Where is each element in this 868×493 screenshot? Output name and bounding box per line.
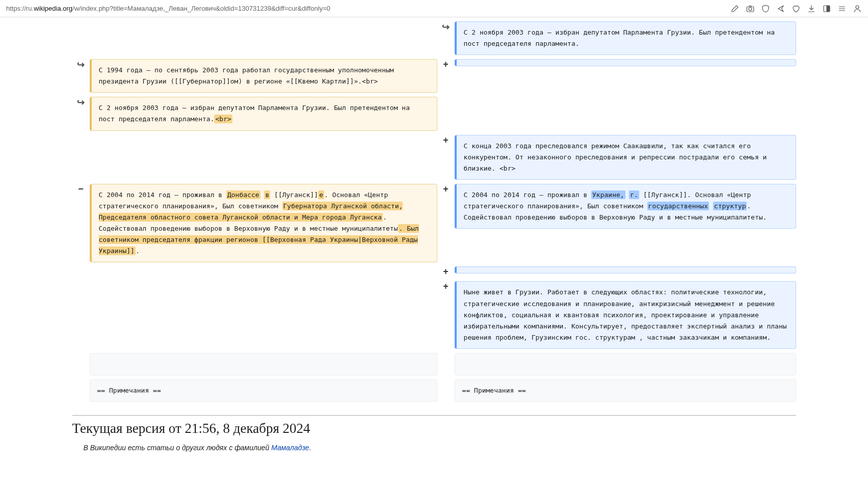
diff-row: == Примечания == == Примечания ==	[72, 379, 796, 402]
diff-context-line: == Примечания ==	[90, 379, 437, 402]
diff-text: С 2004 по 2014 год — проживал в	[99, 191, 226, 199]
send-icon[interactable]	[776, 4, 785, 13]
minus-marker: −	[78, 184, 84, 194]
diff-text: .	[136, 247, 140, 255]
url-prefix: https://ru.	[6, 5, 34, 12]
shield-icon[interactable]	[761, 4, 770, 13]
diff-highlight-added: Украине,	[591, 190, 625, 199]
diff-added-paragraph: С 2004 по 2014 год — проживал в Украине,…	[455, 184, 796, 229]
diff-text	[709, 202, 713, 210]
plus-marker: +	[443, 281, 449, 291]
download-icon[interactable]	[807, 4, 816, 13]
diff-added-empty	[455, 59, 796, 66]
section-divider	[72, 415, 796, 416]
diff-highlight-added: структур	[713, 202, 747, 210]
toolbar-icons	[730, 4, 862, 13]
svg-rect-3	[827, 6, 830, 12]
hatnote-link[interactable]: Мамаладзе	[271, 444, 309, 452]
diff-moved-paragraph: С 2 ноября 2003 года — избран депутатом …	[90, 97, 437, 130]
edit-icon[interactable]	[730, 4, 740, 13]
diff-context-line	[455, 353, 796, 375]
diff-highlight-removed: Донбассе	[226, 190, 260, 199]
diff-highlight-removed: в	[264, 190, 270, 199]
diff-added-paragraph: Ныне живет в Грузии. Работает в следующи…	[455, 281, 796, 348]
diff-highlight-added: государственных	[647, 202, 709, 210]
diff-row	[72, 353, 796, 375]
url-text: https://ru.wikipedia.org/w/index.php?tit…	[6, 5, 730, 12]
current-version-heading: Текущая версия от 21:56, 8 декабря 2024	[72, 421, 796, 436]
diff-row: − С 2004 по 2014 год — проживал в Донбас…	[72, 184, 796, 263]
account-icon[interactable]	[853, 4, 862, 13]
contrast-icon[interactable]	[822, 4, 831, 13]
diff-deleted-paragraph: С 2004 по 2014 год — проживал в Донбассе…	[90, 184, 437, 263]
diff-text: С 2 ноября 2003 года — избран депутатом …	[99, 104, 410, 123]
diff-row: + Ныне живет в Грузии. Работает в следую…	[72, 281, 796, 348]
page-content: ↪ С 2 ноября 2003 года — избран депутато…	[62, 17, 806, 452]
diff-row: ↪ С 1994 года — по сентябрь 2003 года ра…	[72, 59, 796, 93]
hatnote-text: .	[309, 444, 311, 452]
diff-moved-paragraph: С 2 ноября 2003 года — избран депутатом …	[455, 21, 796, 55]
diff-text: [[Луганск]]	[270, 191, 318, 199]
hatnote-text: В Википедии есть статьи о других людях с…	[84, 444, 272, 452]
diff-row: ↪ С 2 ноября 2003 года — избран депутато…	[72, 21, 796, 55]
heart-icon[interactable]	[792, 4, 801, 13]
diff-highlight-added: г.	[629, 190, 639, 199]
diff-highlight-removed: <br>	[214, 115, 232, 123]
diff-text: С 2004 по 2014 год — проживал в	[464, 191, 591, 199]
svg-point-4	[856, 6, 859, 9]
svg-point-1	[749, 7, 752, 10]
url-path: /w/index.php?title=Мамаладзе,_Леван_Лего…	[72, 5, 330, 12]
move-arrow-icon: ↪	[77, 97, 85, 107]
plus-marker: +	[443, 59, 449, 69]
plus-marker: +	[443, 184, 449, 194]
plus-marker: +	[443, 266, 449, 277]
url-domain: wikipedia.org	[34, 5, 72, 12]
plus-marker: +	[443, 135, 449, 145]
menu-icon[interactable]	[837, 4, 847, 13]
diff-added-paragraph: С конца 2003 года преследовался режимом …	[455, 135, 796, 180]
diff-row: +	[72, 266, 796, 277]
browser-url-bar[interactable]: https://ru.wikipedia.org/w/index.php?tit…	[0, 0, 868, 17]
diff-highlight-removed: е	[318, 190, 324, 199]
diff-moved-paragraph: С 1994 года — по сентябрь 2003 года рабо…	[90, 59, 437, 93]
diff-table: ↪ С 2 ноября 2003 года — избран депутато…	[72, 17, 796, 406]
move-arrow-icon: ↪	[77, 60, 85, 70]
diff-row: + С конца 2003 года преследовался режимо…	[72, 135, 796, 180]
hatnote: В Википедии есть статьи о других людях с…	[72, 444, 796, 452]
diff-added-empty	[455, 266, 796, 273]
diff-context-line: == Примечания ==	[455, 379, 796, 402]
move-arrow-icon: ↪	[442, 22, 450, 32]
diff-row: ↪ С 2 ноября 2003 года — избран депутато…	[72, 97, 796, 130]
camera-icon[interactable]	[746, 4, 755, 13]
diff-context-line	[90, 353, 437, 375]
